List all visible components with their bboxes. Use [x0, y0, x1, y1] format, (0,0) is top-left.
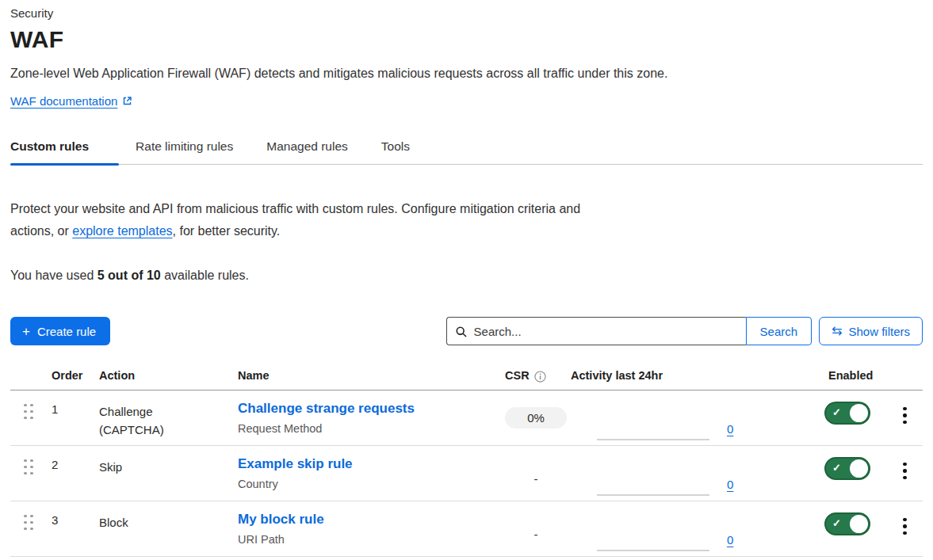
header-order: Order [52, 369, 99, 382]
drag-handle-icon[interactable] [24, 515, 36, 534]
activity-count-link[interactable]: 0 [727, 533, 733, 547]
tab-bar: Custom rules Rate limiting rules Managed… [10, 131, 923, 165]
usage-count: 5 out of 10 [98, 269, 161, 282]
swap-arrows-icon: ⇆ [832, 325, 842, 337]
drag-handle-icon[interactable] [24, 459, 36, 478]
table-row: 1 Challenge (CAPTCHA) Challenge strange … [10, 390, 923, 446]
tab-tools[interactable]: Tools [365, 131, 426, 164]
enabled-toggle[interactable]: ✓ [824, 457, 870, 480]
enabled-toggle[interactable]: ✓ [824, 402, 870, 425]
rule-name-link[interactable]: Challenge strange requests [238, 401, 415, 417]
kebab-menu-icon[interactable] [898, 516, 912, 537]
toggle-knob [850, 459, 868, 478]
rule-field: Request Method [238, 422, 495, 435]
table-header-row: Order Action Name CSR Activity last 24hr… [10, 369, 923, 390]
rules-table: Order Action Name CSR Activity last 24hr… [10, 369, 923, 557]
csr-value: - [505, 518, 567, 541]
activity-count-link[interactable]: 0 [727, 422, 733, 436]
activity-sparkline [597, 439, 709, 440]
header-enabled: Enabled [818, 369, 887, 382]
explore-templates-link[interactable]: explore templates [72, 224, 172, 238]
header-name: Name [238, 369, 495, 382]
search-button[interactable]: Search [746, 317, 813, 345]
search-icon [455, 324, 468, 338]
intro-after: , for better security. [173, 224, 281, 238]
activity-sparkline [597, 494, 709, 496]
breadcrumb: Security [10, 0, 923, 20]
show-filters-label: Show filters [848, 325, 910, 338]
info-icon[interactable] [534, 369, 546, 383]
drag-handle-icon[interactable] [24, 404, 36, 423]
tab-managed-rules[interactable]: Managed rules [250, 131, 365, 164]
rule-field: URI Path [238, 533, 495, 546]
create-rule-label: Create rule [37, 325, 96, 338]
kebab-menu-icon[interactable] [898, 406, 912, 426]
rule-order: 3 [52, 512, 99, 527]
check-icon: ✓ [832, 517, 841, 529]
plus-icon: + [22, 325, 30, 338]
toggle-knob [850, 404, 868, 422]
rule-action: Block [99, 512, 182, 531]
kebab-menu-icon[interactable] [898, 461, 912, 482]
external-link-icon [122, 96, 132, 106]
page-title: WAF [10, 26, 923, 53]
header-action: Action [99, 369, 238, 382]
rule-name-link[interactable]: My block rule [238, 512, 324, 528]
rule-action: Skip [99, 456, 182, 476]
usage-suffix: available rules. [161, 269, 249, 282]
check-icon: ✓ [832, 406, 841, 418]
activity-count-link[interactable]: 0 [727, 478, 733, 491]
tab-rate-limiting-rules[interactable]: Rate limiting rules [119, 131, 250, 164]
rule-order: 1 [52, 401, 99, 416]
csr-badge: 0% [505, 407, 567, 429]
usage-prefix: You have used [10, 269, 98, 282]
csr-value: - [505, 463, 567, 486]
waf-documentation-link[interactable]: WAF documentation [10, 94, 117, 108]
toggle-knob [850, 515, 868, 533]
intro-text: Protect your website and API from malici… [10, 198, 598, 242]
rule-order: 2 [52, 456, 99, 471]
create-rule-button[interactable]: + Create rule [10, 317, 110, 345]
show-filters-button[interactable]: ⇆ Show filters [819, 317, 923, 345]
table-row: 2 Skip Example skip rule Country - 0 ✓ [10, 446, 923, 501]
tab-custom-rules[interactable]: Custom rules [10, 131, 119, 164]
usage-summary: You have used 5 out of 10 available rule… [10, 269, 923, 283]
check-icon: ✓ [832, 462, 841, 474]
rule-name-link[interactable]: Example skip rule [238, 456, 353, 472]
search-input[interactable] [474, 325, 738, 338]
page-description: Zone-level Web Application Firewall (WAF… [10, 67, 923, 81]
rule-action: Challenge (CAPTCHA) [99, 401, 182, 439]
rule-field: Country [238, 478, 495, 490]
header-csr: CSR [505, 369, 530, 382]
table-row: 3 Block My block rule URI Path - 0 ✓ [10, 501, 923, 557]
activity-sparkline [597, 550, 709, 551]
search-box [446, 317, 746, 345]
enabled-toggle[interactable]: ✓ [824, 512, 870, 535]
header-activity: Activity last 24hr [571, 369, 818, 382]
